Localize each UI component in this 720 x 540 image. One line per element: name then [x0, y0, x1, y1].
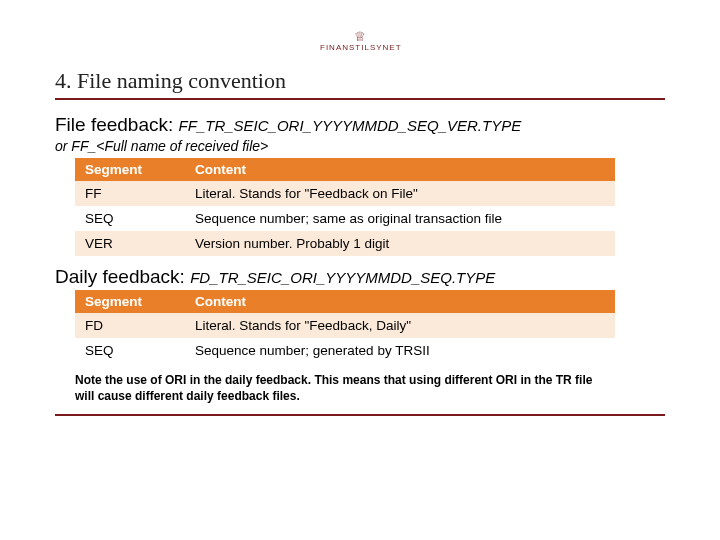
cell-seg: FD — [75, 313, 185, 338]
table-row: SEQ Sequence number; generated by TRSII — [75, 338, 615, 363]
daily-feedback-note: Note the use of ORI in the daily feedbac… — [75, 373, 615, 404]
daily-feedback-label: Daily feedback: — [55, 266, 185, 287]
section-title: 4. File naming convention — [55, 68, 665, 94]
cell-content: Version number. Probably 1 digit — [185, 231, 615, 256]
table-row: FF Literal. Stands for "Feedback on File… — [75, 181, 615, 206]
cell-seg: SEQ — [75, 206, 185, 231]
divider-top — [55, 98, 665, 100]
table-header-segment: Segment — [75, 158, 185, 181]
file-feedback-table: Segment Content FF Literal. Stands for "… — [75, 158, 615, 256]
file-feedback-heading: File feedback: FF_TR_SEIC_ORI_YYYYMMDD_S… — [55, 114, 665, 136]
divider-bottom — [55, 414, 665, 416]
daily-feedback-pattern: FD_TR_SEIC_ORI_YYYYMMDD_SEQ.TYPE — [190, 269, 495, 286]
crown-icon: ♕ — [320, 30, 402, 43]
cell-content: Sequence number; same as original transa… — [185, 206, 615, 231]
table-header-segment: Segment — [75, 290, 185, 313]
cell-content: Literal. Stands for "Feedback, Daily" — [185, 313, 615, 338]
cell-content: Literal. Stands for "Feedback on File" — [185, 181, 615, 206]
brand-name: FINANSTILSYNET — [320, 43, 402, 52]
table-header-content: Content — [185, 158, 615, 181]
file-feedback-alt: or FF_<Full name of received file> — [55, 138, 665, 154]
file-feedback-label: File feedback: — [55, 114, 173, 135]
daily-feedback-table: Segment Content FD Literal. Stands for "… — [75, 290, 615, 363]
table-row: FD Literal. Stands for "Feedback, Daily" — [75, 313, 615, 338]
cell-content: Sequence number; generated by TRSII — [185, 338, 615, 363]
brand-logo: ♕ FINANSTILSYNET — [320, 30, 402, 52]
cell-seg: VER — [75, 231, 185, 256]
cell-seg: FF — [75, 181, 185, 206]
cell-seg: SEQ — [75, 338, 185, 363]
table-header-content: Content — [185, 290, 615, 313]
daily-feedback-heading: Daily feedback: FD_TR_SEIC_ORI_YYYYMMDD_… — [55, 266, 665, 288]
table-row: SEQ Sequence number; same as original tr… — [75, 206, 615, 231]
table-row: VER Version number. Probably 1 digit — [75, 231, 615, 256]
file-feedback-pattern: FF_TR_SEIC_ORI_YYYYMMDD_SEQ_VER.TYPE — [179, 117, 522, 134]
